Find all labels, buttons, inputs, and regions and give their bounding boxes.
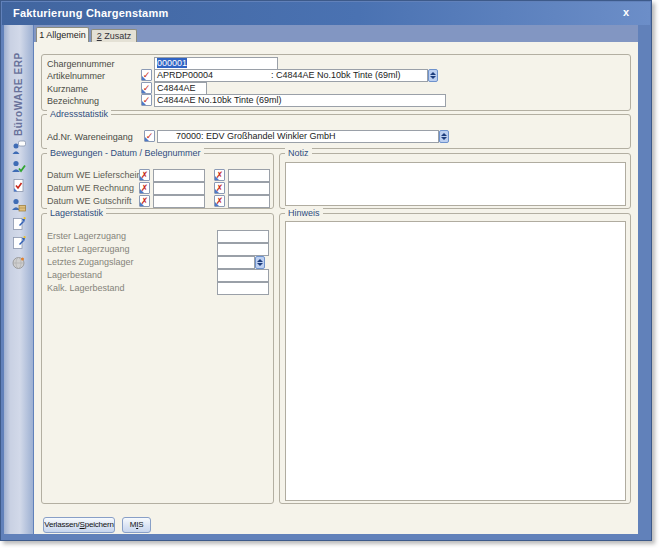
gutschrift-label: Datum WE Gutschrift [47, 196, 132, 206]
notiz-textarea[interactable] [285, 162, 626, 206]
person-check-icon[interactable] [11, 159, 26, 174]
person-chat-icon[interactable] [11, 140, 26, 155]
document-check-icon[interactable] [11, 178, 26, 193]
kalk-lagerbestand-field[interactable] [217, 282, 269, 295]
bezeichnung-value: C4844AE No.10bk Tinte (69ml) [157, 95, 282, 105]
letztes-zugangslager-label: Letztes Zugangslager [47, 257, 134, 267]
bewegungen-legend: Bewegungen - Datum / Belegnummer [47, 148, 204, 158]
kurzname-check-icon[interactable]: ✓ [141, 82, 152, 94]
kurzname-label: Kurzname [47, 84, 88, 94]
rechnung-label: Datum WE Rechnung [47, 183, 134, 193]
chargennummer-value: 000001 [157, 58, 187, 68]
save-exit-button[interactable]: Verlassen/Speichern [43, 517, 115, 533]
group-lagerstatistik: Lagerstatistik Erster Lagerzugang Letzte… [41, 213, 274, 504]
sidebar: BüroWARE ERP [4, 25, 33, 534]
bezeichnung-label: Bezeichnung [47, 96, 99, 106]
lieferschein-label: Datum WE Lieferschein [47, 170, 142, 180]
hinweis-textarea[interactable] [285, 221, 626, 501]
rechnung-beleg-x-icon[interactable]: ✗ [214, 182, 225, 194]
gutschrift-beleg-field[interactable] [228, 195, 270, 208]
wareneingang-combo[interactable]: 70000: EDV Großhandel Winkler GmbH [157, 130, 439, 143]
person-package-icon[interactable] [11, 197, 26, 212]
lieferschein-beleg-x-icon[interactable]: ✗ [214, 169, 225, 181]
letzter-lagerzugang-label: Letzter Lagerzugang [47, 244, 130, 254]
tab-allgemein-label: 1 Allgemein [39, 30, 86, 40]
document-export-icon[interactable] [11, 216, 26, 231]
group-bewegungen: Bewegungen - Datum / Belegnummer Datum W… [41, 153, 274, 209]
chargennummer-label: Chargennummer [47, 59, 115, 69]
erster-lagerzugang-field[interactable] [217, 230, 269, 243]
bezeichnung-check-icon[interactable]: ✓ [141, 94, 152, 106]
close-icon[interactable]: x [623, 6, 629, 18]
wareneingang-label: Ad.Nr. Wareneingang [47, 132, 133, 142]
lagerstatistik-legend: Lagerstatistik [47, 208, 106, 218]
brand-vertical-text: BüroWARE ERP [4, 35, 33, 153]
screen: Fakturierung Chargenstamm x BüroWARE ERP [0, 0, 659, 548]
notiz-legend: Notiz [285, 148, 312, 158]
wareneingang-value: 70000: EDV Großhandel Winkler GmbH [176, 131, 336, 141]
erster-lagerzugang-label: Erster Lagerzugang [47, 231, 126, 241]
titlebar: Fakturierung Chargenstamm x [2, 2, 650, 25]
gutschrift-beleg-x-icon[interactable]: ✗ [214, 195, 225, 207]
letztes-zugangslager-dropdown-button[interactable] [255, 256, 265, 269]
window-title: Fakturierung Chargenstamm [13, 7, 168, 19]
group-hinweis: Hinweis [279, 213, 631, 504]
artikelnummer-check-icon[interactable]: ✓ [141, 69, 152, 81]
save-exit-label-pre: Verlassen/ [44, 520, 79, 529]
tab-zusatz[interactable]: 2 Zusatz [91, 29, 137, 42]
document-export2-icon[interactable] [11, 235, 26, 250]
wareneingang-dropdown-button[interactable] [439, 130, 449, 143]
gutschrift-date-x-icon[interactable]: ✗ [139, 195, 150, 207]
kalk-lagerbestand-label: Kalk. Lagerbestand [47, 283, 125, 293]
group-adressstatistik: Adressstatistik Ad.Nr. Wareneingang ✓ 70… [41, 114, 631, 149]
hinweis-legend: Hinweis [285, 208, 323, 218]
group-notiz: Notiz [279, 153, 631, 209]
globe-icon[interactable] [11, 255, 26, 270]
letzter-lagerzugang-field[interactable] [217, 243, 269, 256]
artikelnummer-value: APRDP00004 [157, 70, 213, 80]
tab-allgemein[interactable]: 1 Allgemein [36, 27, 89, 42]
lieferschein-date-x-icon[interactable]: ✗ [139, 169, 150, 181]
tab-zusatz-label: Zusatz [102, 31, 132, 41]
wareneingang-check-icon[interactable]: ✓ [144, 130, 155, 142]
lagerbestand-field[interactable] [217, 269, 269, 282]
letztes-zugangslager-field[interactable] [217, 256, 255, 269]
adressstatistik-legend: Adressstatistik [47, 109, 111, 119]
lieferschein-date-field[interactable] [153, 169, 205, 182]
group-general: Chargennummer 000001 Artikelnummer ✓ APR… [41, 54, 631, 111]
lagerbestand-label: Lagerbestand [47, 270, 102, 280]
kurzname-value: C4844AE [157, 83, 196, 93]
artikelnummer-description: : C4844AE No.10bk Tinte (69ml) [271, 70, 401, 81]
mis-button[interactable]: MIS [122, 517, 151, 533]
rechnung-beleg-field[interactable] [228, 182, 270, 195]
lieferschein-beleg-field[interactable] [228, 169, 270, 182]
gutschrift-date-field[interactable] [153, 195, 205, 208]
content-area: 1 Allgemein 2 Zusatz Chargennummer 00000… [34, 25, 638, 534]
mis-label-post: S [138, 520, 143, 529]
save-exit-label-post: peichern [85, 520, 114, 529]
bezeichnung-field[interactable]: C4844AE No.10bk Tinte (69ml) [154, 94, 446, 107]
artikelnummer-field[interactable]: APRDP00004 : C4844AE No.10bk Tinte (69ml… [154, 69, 428, 82]
artikelnummer-dropdown-button[interactable] [428, 69, 438, 82]
rechnung-date-field[interactable] [153, 182, 205, 195]
rechnung-date-x-icon[interactable]: ✗ [139, 182, 150, 194]
tab-bar: 1 Allgemein 2 Zusatz [34, 25, 638, 42]
artikelnummer-label: Artikelnummer [47, 71, 105, 81]
app-window: Fakturierung Chargenstamm x BüroWARE ERP [0, 0, 652, 541]
